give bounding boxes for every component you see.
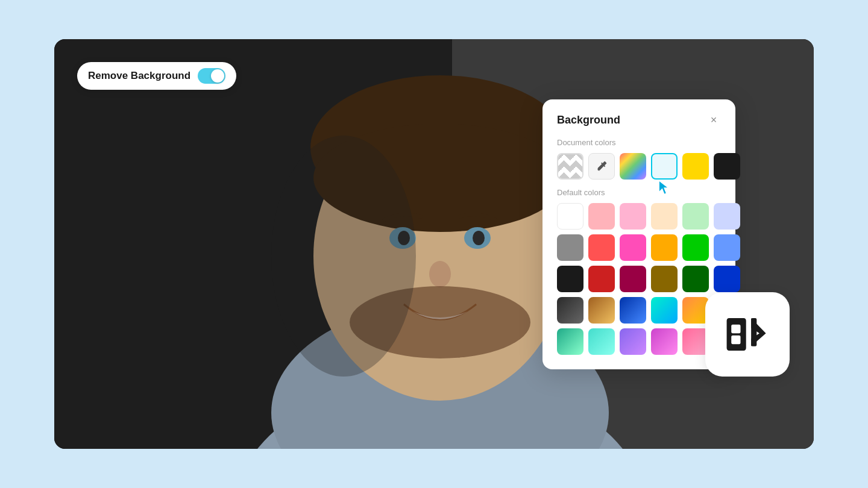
- svg-rect-18: [751, 318, 756, 346]
- svg-point-14: [271, 136, 416, 377]
- selected-cyan-wrapper: [651, 153, 678, 180]
- color-grad-teal[interactable]: [651, 297, 678, 324]
- default-colors-label: Default colors: [557, 188, 721, 197]
- color-rose-light[interactable]: [620, 203, 646, 230]
- color-blue-light[interactable]: [714, 203, 740, 230]
- color-grad-purple[interactable]: [620, 328, 646, 355]
- color-dark-red[interactable]: [588, 266, 615, 292]
- color-orange[interactable]: [651, 234, 678, 261]
- color-gray[interactable]: [557, 234, 583, 261]
- svg-rect-15: [727, 318, 746, 351]
- document-colors-row: [557, 153, 721, 180]
- color-dark-rose[interactable]: [620, 266, 646, 292]
- color-blue[interactable]: [714, 234, 740, 261]
- transparent-color-swatch[interactable]: [557, 153, 583, 180]
- color-red[interactable]: [588, 234, 615, 261]
- color-grad-brown[interactable]: [588, 297, 615, 324]
- color-grad-blue[interactable]: [620, 297, 646, 324]
- yellow-color-swatch[interactable]: [682, 153, 709, 180]
- panel-header: Background ×: [557, 113, 721, 127]
- toggle-switch[interactable]: [198, 68, 225, 84]
- color-dark-green[interactable]: [682, 266, 709, 292]
- svg-rect-16: [731, 325, 740, 333]
- color-green[interactable]: [682, 234, 709, 261]
- color-green-light[interactable]: [682, 203, 709, 230]
- main-container: Remove Background Background × Document …: [54, 39, 814, 449]
- color-peach-light[interactable]: [651, 203, 678, 230]
- color-dark-yellow[interactable]: [651, 266, 678, 292]
- panel-title: Background: [557, 114, 620, 127]
- default-colors-grid: [557, 203, 721, 355]
- document-colors-label: Document colors: [557, 138, 721, 147]
- color-white[interactable]: [557, 203, 583, 230]
- color-dark-blue[interactable]: [714, 266, 740, 292]
- color-grad-mint[interactable]: [588, 328, 615, 355]
- svg-rect-17: [731, 336, 740, 344]
- close-button[interactable]: ×: [706, 113, 721, 127]
- eyedropper-icon: [595, 160, 608, 173]
- eyedropper-swatch[interactable]: [588, 153, 615, 180]
- svg-point-12: [429, 261, 451, 287]
- remove-background-toggle-pill[interactable]: Remove Background: [77, 62, 236, 90]
- cursor-arrow-icon: [656, 180, 673, 196]
- capcut-logo-badge: [705, 292, 790, 377]
- cyan-color-swatch[interactable]: [651, 153, 678, 180]
- black-color-swatch[interactable]: [714, 153, 740, 180]
- rainbow-gradient-swatch[interactable]: [620, 153, 646, 180]
- color-pink[interactable]: [620, 234, 646, 261]
- color-pink-light[interactable]: [588, 203, 615, 230]
- svg-point-11: [473, 231, 485, 245]
- color-grad-dark[interactable]: [557, 297, 583, 324]
- color-grad-magenta[interactable]: [651, 328, 678, 355]
- remove-background-label: Remove Background: [88, 70, 190, 82]
- capcut-icon: [725, 310, 771, 358]
- toggle-knob: [211, 69, 224, 83]
- color-black[interactable]: [557, 266, 583, 292]
- capcut-logo-svg: [725, 310, 771, 358]
- color-grad-green-teal[interactable]: [557, 328, 583, 355]
